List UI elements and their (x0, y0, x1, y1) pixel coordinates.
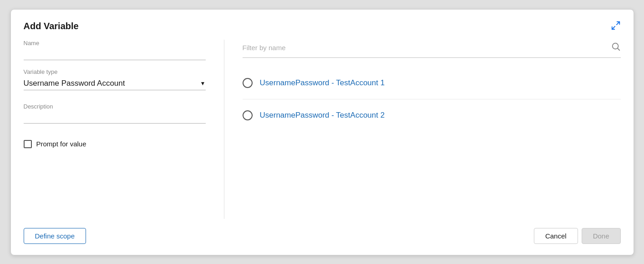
filter-input[interactable] (243, 44, 611, 52)
svg-point-2 (612, 43, 618, 49)
svg-line-1 (612, 26, 614, 29)
done-button[interactable]: Done (582, 228, 621, 244)
cancel-button[interactable]: Cancel (534, 228, 578, 244)
prompt-row: Prompt for value (24, 140, 206, 148)
name-label: Name (24, 40, 206, 47)
left-panel: Name Variable type Username Password Acc… (24, 40, 206, 219)
description-label: Description (24, 103, 206, 110)
description-group: Description (24, 103, 206, 124)
right-panel: UsernamePassword - TestAccount 1 Usernam… (224, 40, 621, 219)
define-scope-button[interactable]: Define scope (24, 228, 86, 244)
account-name-1: UsernamePassword - TestAccount 1 (260, 78, 385, 88)
svg-line-3 (618, 48, 619, 50)
svg-line-0 (616, 21, 619, 24)
variable-type-select[interactable]: Username Password Account ▼ (24, 77, 206, 90)
account-name-2: UsernamePassword - TestAccount 2 (260, 111, 385, 120)
account-item-1[interactable]: UsernamePassword - TestAccount 1 (243, 67, 621, 99)
dialog-header: Add Variable (11, 10, 634, 40)
variable-type-label: Variable type (24, 68, 206, 75)
account-list: UsernamePassword - TestAccount 1 Usernam… (243, 67, 621, 131)
variable-type-row: Variable type Username Password Account … (24, 68, 206, 90)
dialog-body: Name Variable type Username Password Acc… (11, 40, 634, 219)
prompt-checkbox[interactable] (24, 140, 32, 148)
dialog-title: Add Variable (24, 21, 79, 31)
add-variable-dialog: Add Variable Name Variable type Username… (10, 9, 634, 255)
filter-row (243, 41, 621, 58)
account-item-2[interactable]: UsernamePassword - TestAccount 2 (243, 99, 621, 131)
variable-type-value: Username Password Account (24, 79, 125, 88)
search-icon (611, 41, 621, 54)
radio-1[interactable] (243, 78, 253, 88)
description-input[interactable] (24, 112, 206, 124)
name-group: Name (24, 40, 206, 60)
dialog-footer: Define scope Cancel Done (11, 219, 634, 255)
name-input[interactable] (24, 48, 206, 60)
radio-2[interactable] (243, 110, 253, 120)
prompt-label: Prompt for value (36, 140, 86, 148)
footer-right-buttons: Cancel Done (534, 228, 621, 244)
dropdown-arrow-icon: ▼ (200, 80, 206, 87)
expand-icon[interactable] (611, 21, 621, 32)
